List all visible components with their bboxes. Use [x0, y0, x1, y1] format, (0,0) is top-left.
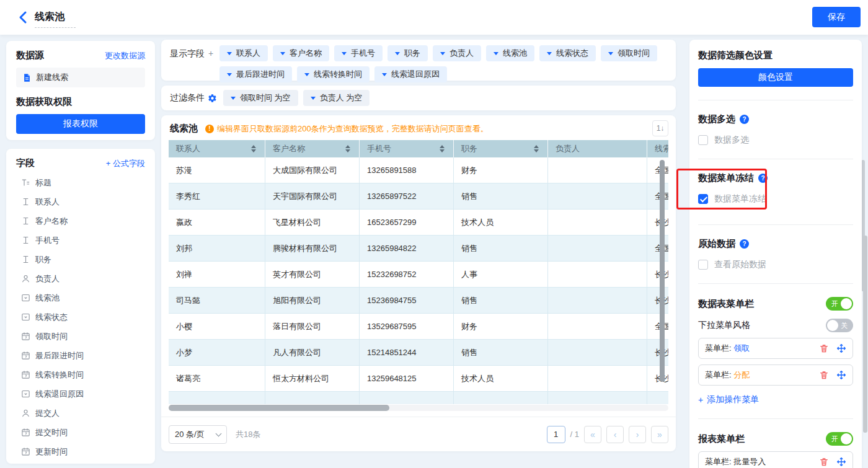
caret-down-icon	[494, 52, 498, 55]
table-cell: 小樱	[169, 314, 265, 340]
table-menu-toggle[interactable]: 开	[826, 297, 853, 311]
calendar-icon	[21, 447, 30, 456]
datasource-item[interactable]: 新建线索	[16, 68, 145, 87]
formula-field-link[interactable]: + 公式字段	[106, 158, 145, 169]
display-field-chip[interactable]: 线索池	[486, 45, 534, 61]
table-row[interactable]: 小樱落日有限公司13529687595财务全国线索	[169, 314, 668, 340]
table-row[interactable]: 小梦凡人有限公司15214851244销售长沙线索	[169, 340, 668, 366]
table-row[interactable]: 刘禅英才有限公司15232698752人事长沙线索	[169, 262, 668, 288]
help-icon[interactable]: ?	[740, 239, 749, 249]
column-header[interactable]: 线索池	[647, 140, 668, 157]
datasource-item-label: 新建线索	[36, 72, 68, 83]
save-button[interactable]: 保存	[812, 7, 861, 27]
trash-icon[interactable]	[819, 343, 829, 353]
move-icon[interactable]	[836, 457, 846, 467]
display-field-chip[interactable]: 职务	[388, 45, 428, 61]
sort-arrows-icon[interactable]	[345, 145, 350, 152]
field-item[interactable]: 最后跟进时间	[16, 346, 145, 365]
sort-arrows-icon[interactable]	[251, 145, 256, 152]
display-field-chip[interactable]: 客户名称	[273, 45, 329, 61]
filter-chip[interactable]: 领取时间 为空	[223, 90, 298, 106]
field-item[interactable]: 提交人	[16, 404, 145, 423]
sort-order-button[interactable]: 1↓	[652, 120, 668, 136]
divider	[698, 159, 853, 159]
table-row[interactable]	[169, 392, 668, 404]
display-field-chip[interactable]: 最后跟进时间	[219, 66, 292, 82]
field-item[interactable]: 线索状态	[16, 307, 145, 327]
multi-select-row: 数据多选	[698, 135, 853, 146]
field-item[interactable]: 线索退回原因	[16, 384, 145, 404]
column-header[interactable]: 客户名称	[265, 140, 360, 157]
filter-chip[interactable]: 负责人 为空	[303, 90, 370, 106]
help-icon[interactable]: ?	[758, 174, 768, 183]
last-page-button[interactable]: »	[651, 426, 668, 443]
caret-down-icon	[280, 52, 285, 55]
display-field-chip[interactable]: 线索退回原因	[374, 66, 447, 82]
field-item[interactable]: 负责人	[16, 269, 145, 288]
page-size-select[interactable]: 20 条/页	[169, 425, 227, 444]
menu-bar-item[interactable]: 菜单栏: 分配	[698, 364, 853, 386]
color-setting-button[interactable]: 颜色设置	[698, 68, 853, 87]
field-item[interactable]: 标题	[16, 173, 145, 192]
display-field-chip[interactable]: 负责人	[433, 45, 481, 61]
field-item[interactable]: 线索转换时间	[16, 365, 145, 384]
column-header[interactable]: 负责人	[548, 140, 647, 157]
column-header[interactable]: 手机号	[360, 140, 454, 157]
display-field-chip[interactable]: 领取时间	[601, 45, 657, 61]
field-item[interactable]: 线索池	[16, 288, 145, 307]
field-item[interactable]: 职务	[16, 250, 145, 269]
trash-icon[interactable]	[819, 457, 829, 467]
display-field-chip[interactable]: 手机号	[334, 45, 383, 61]
change-datasource-link[interactable]: 更改数据源	[105, 50, 145, 61]
menu-bar-item[interactable]: 菜单栏: 领取	[698, 338, 853, 359]
back-icon[interactable]	[16, 10, 31, 25]
menu-bar-item[interactable]: 菜单栏: 批量导入	[698, 451, 853, 468]
add-action-menu-link[interactable]: + 添加操作菜单	[698, 394, 759, 405]
display-field-chip[interactable]: 线索状态	[539, 45, 596, 61]
next-page-button[interactable]: ›	[629, 426, 646, 443]
trash-icon[interactable]	[819, 370, 829, 380]
table-cell: 13259648125	[360, 366, 454, 392]
field-item[interactable]: 提交时间	[16, 423, 145, 442]
table-row[interactable]: 诸葛亮恒太方材料公司13259648125技术人员长沙线索	[169, 366, 668, 392]
table-cell: 13265897522	[360, 183, 454, 210]
column-header[interactable]: 职务	[454, 140, 548, 157]
page-number-input[interactable]	[547, 426, 565, 443]
multi-select-checkbox[interactable]	[698, 135, 708, 145]
prev-page-button[interactable]: ‹	[606, 426, 624, 443]
field-item[interactable]: 更新时间	[16, 442, 145, 461]
gear-icon[interactable]	[208, 94, 217, 103]
add-display-field-button[interactable]: +	[208, 48, 213, 58]
field-item[interactable]: 客户名称	[16, 211, 145, 231]
field-item[interactable]: 领取时间	[16, 327, 145, 346]
field-item[interactable]: 手机号	[16, 231, 145, 250]
page-scrollbar[interactable]	[863, 236, 867, 433]
raw-data-checkbox[interactable]	[698, 260, 708, 270]
field-label: 职务	[35, 254, 51, 265]
dropdown-style-toggle[interactable]: 关	[826, 319, 853, 332]
caret-down-icon	[227, 52, 232, 55]
field-item[interactable]: 联系人	[16, 192, 145, 211]
display-field-chip[interactable]: 线索转换时间	[297, 66, 370, 82]
field-label: 提交时间	[35, 427, 68, 438]
table-row[interactable]: 苏漫大成国际有限公司13265891588财务全国线索	[169, 157, 668, 183]
sort-arrows-icon[interactable]	[440, 145, 445, 152]
table-vertical-scrollbar[interactable]	[660, 160, 665, 382]
column-header[interactable]: 联系人	[169, 140, 265, 157]
report-menu-toggle[interactable]: 开	[826, 432, 853, 446]
table-horizontal-scrollbar[interactable]	[169, 405, 389, 411]
table-row[interactable]: 嬴政飞星材料公司16523657299技术人员长沙线索	[169, 210, 668, 236]
move-icon[interactable]	[836, 370, 846, 380]
title-icon	[21, 178, 30, 187]
report-permission-button[interactable]: 报表权限	[16, 114, 145, 134]
menu-freeze-checkbox[interactable]	[698, 194, 708, 204]
first-page-button[interactable]: «	[584, 426, 601, 443]
table-cell: 财务	[454, 314, 548, 340]
display-field-chip[interactable]: 联系人	[219, 45, 268, 61]
table-row[interactable]: 司马懿旭阳有限公司15236984755销售长沙线索	[169, 288, 668, 314]
move-icon[interactable]	[836, 343, 846, 353]
sort-arrows-icon[interactable]	[534, 145, 539, 152]
help-icon[interactable]: ?	[740, 115, 749, 124]
table-row[interactable]: 刘邦腾骏材料有限公司13265984822销售全国线索	[169, 236, 668, 262]
table-row[interactable]: 李秀红天宇国际有限公司13265897522销售全国线索	[169, 183, 668, 210]
